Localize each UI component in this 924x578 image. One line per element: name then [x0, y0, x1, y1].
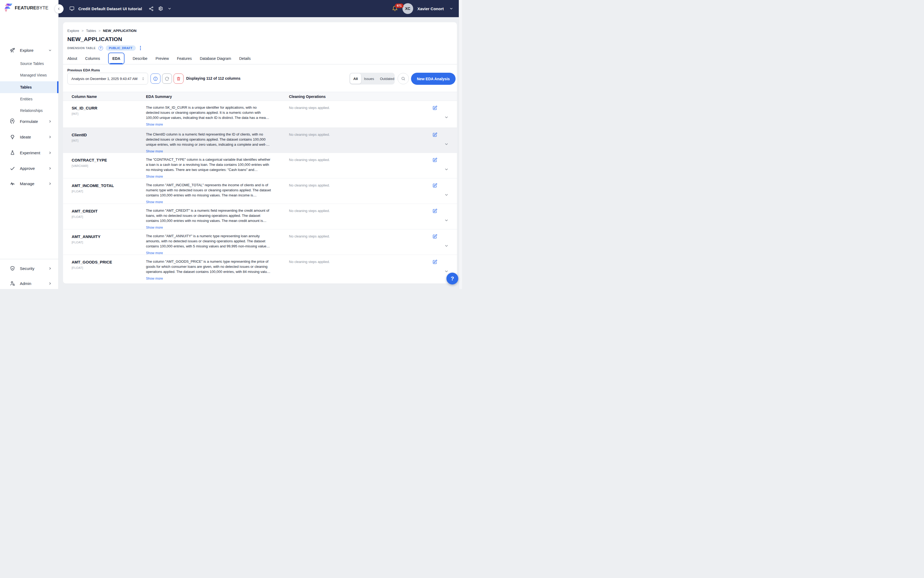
- chevron-right-icon: [48, 119, 52, 123]
- workspace-chevron-down-icon[interactable]: [167, 6, 172, 11]
- workspace-title: Credit Default Dataset UI tutorial: [78, 6, 142, 11]
- filter-outdated[interactable]: Outdated: [377, 73, 397, 84]
- sidebar-item-experiment[interactable]: Experiment: [0, 148, 58, 157]
- sidebar-item-entities[interactable]: Entities: [0, 94, 58, 104]
- run-refresh-button[interactable]: [162, 73, 172, 84]
- sidebar-item-ideate[interactable]: Ideate: [0, 132, 58, 142]
- expand-row-chevron-icon[interactable]: [444, 218, 449, 223]
- gear-icon[interactable]: [158, 6, 163, 11]
- expand-row-chevron-icon[interactable]: [444, 166, 449, 172]
- pencil-icon: [432, 157, 438, 162]
- column-header-name: Column Name: [71, 92, 97, 101]
- table-row: AMT_CREDIT [FLOAT] The column "AMT_CREDI…: [63, 204, 457, 229]
- pencil-icon: [432, 208, 438, 214]
- new-eda-analysis-button[interactable]: New EDA Analysis: [411, 73, 456, 85]
- edit-cleaning-button[interactable]: [431, 207, 439, 215]
- chevron-right-icon: [48, 266, 52, 271]
- expand-row-chevron-icon[interactable]: [444, 192, 449, 198]
- search-icon: [401, 76, 406, 81]
- edit-cleaning-button[interactable]: [431, 182, 439, 189]
- show-more-link[interactable]: Show more: [146, 251, 163, 255]
- expand-row-chevron-icon[interactable]: [444, 243, 449, 249]
- tab-features[interactable]: Features: [177, 56, 191, 61]
- help-fab-button[interactable]: ?: [446, 273, 458, 284]
- eda-run-select[interactable]: Analysis on December 1, 2025 9:43:47 AM: [67, 73, 148, 84]
- tab-database-diagram[interactable]: Database Diagram: [200, 56, 231, 61]
- tab-details[interactable]: Details: [239, 56, 251, 61]
- run-delete-button[interactable]: [173, 73, 183, 84]
- tab-about[interactable]: About: [67, 56, 77, 61]
- chevron-right-icon: [48, 166, 52, 170]
- chevron-left-icon: [57, 7, 61, 11]
- show-more-link[interactable]: Show more: [146, 277, 163, 281]
- kebab-menu-icon[interactable]: [138, 45, 143, 50]
- chevron-right-icon: [48, 281, 52, 286]
- sidebar-item-formulate[interactable]: Formulate: [0, 117, 58, 126]
- tab-columns[interactable]: Columns: [85, 56, 100, 61]
- pulse-icon: [9, 181, 16, 187]
- notifications-bell-icon[interactable]: 971: [392, 5, 399, 13]
- user-menu-chevron-down-icon[interactable]: [449, 6, 454, 11]
- featurebyte-logo: FEATUREBYTE: [4, 3, 49, 13]
- select-stepper-icon: [141, 77, 145, 81]
- tab-eda[interactable]: EDA: [108, 53, 125, 64]
- sidebar-collapse-button[interactable]: [55, 4, 63, 13]
- tab-describe[interactable]: Describe: [133, 56, 147, 61]
- filter-issues[interactable]: Issues: [361, 73, 377, 84]
- sidebar-item-security[interactable]: Security: [0, 263, 58, 273]
- featurebyte-wordmark: FEATUREBYTE: [15, 5, 49, 11]
- sidebar-item-source-tables[interactable]: Source Tables: [0, 59, 58, 68]
- user-name: Xavier Conort: [417, 6, 444, 11]
- show-more-link[interactable]: Show more: [146, 123, 163, 127]
- column-header-summary: EDA Summary: [146, 92, 172, 101]
- expand-row-chevron-icon[interactable]: [444, 114, 449, 120]
- run-info-button[interactable]: [151, 73, 160, 84]
- expand-row-chevron-icon[interactable]: [444, 268, 449, 274]
- table-row: CONTRACT_TYPE [VARCHAR] The "CONTRACT_TY…: [63, 153, 457, 179]
- monitor-icon: [69, 6, 75, 11]
- sidebar-item-managed-views[interactable]: Managed Views: [0, 70, 58, 80]
- shield-check-icon: [9, 266, 16, 271]
- share-icon[interactable]: [149, 6, 154, 11]
- breadcrumb-tables[interactable]: Tables: [86, 29, 96, 33]
- breadcrumb-current: NEW_APPLICATION: [103, 29, 136, 33]
- edit-cleaning-button[interactable]: [431, 156, 439, 164]
- user-search-icon: [9, 281, 16, 286]
- edit-cleaning-button[interactable]: [431, 233, 439, 240]
- expand-row-chevron-icon[interactable]: [444, 141, 449, 147]
- avatar[interactable]: XC: [402, 3, 413, 14]
- edit-cleaning-button[interactable]: [431, 131, 439, 138]
- column-header-cleaning: Cleaning Operations: [289, 92, 326, 101]
- tab-preview[interactable]: Preview: [156, 56, 169, 61]
- table-row: SK_ID_CURR [INT] The column SK_ID_CURR i…: [63, 101, 457, 128]
- notification-count-badge: 971: [395, 3, 404, 8]
- pencil-icon: [432, 259, 438, 265]
- show-more-link[interactable]: Show more: [146, 226, 163, 229]
- sidebar-item-tables[interactable]: Tables: [0, 81, 58, 93]
- show-more-link[interactable]: Show more: [146, 175, 163, 179]
- chevron-right-icon: [48, 135, 52, 139]
- table-row: ClientID [INT] The ClientID column is a …: [63, 128, 457, 153]
- search-button[interactable]: [397, 73, 409, 84]
- pencil-icon: [432, 132, 438, 137]
- sidebar-item-relationships[interactable]: Relationships: [0, 106, 58, 115]
- sidebar-item-manage[interactable]: Manage: [0, 179, 58, 188]
- breadcrumb: Explore > Tables > NEW_APPLICATION: [67, 29, 136, 33]
- table-type-label: DIMENSION TABLE: [67, 46, 96, 50]
- table-type-help-icon[interactable]: ?: [99, 46, 103, 50]
- chevron-right-icon: [48, 182, 52, 186]
- show-more-link[interactable]: Show more: [146, 200, 163, 204]
- breadcrumb-explore[interactable]: Explore: [67, 29, 79, 33]
- sidebar-item-explore[interactable]: Explore: [0, 45, 58, 55]
- sidebar-item-admin[interactable]: Admin: [0, 279, 58, 288]
- head-gear-icon: [9, 119, 16, 124]
- featurebyte-logo-mark: [4, 3, 13, 13]
- show-more-link[interactable]: Show more: [146, 149, 163, 153]
- edit-cleaning-button[interactable]: [431, 258, 439, 266]
- page-scrollbar[interactable]: [459, 0, 462, 289]
- filter-all[interactable]: All: [350, 73, 361, 84]
- app-root: Credit Default Dataset UI tutorial 971 X…: [0, 0, 462, 289]
- sidebar-item-approve[interactable]: Approve: [0, 163, 58, 173]
- sidebar-divider: [0, 259, 58, 259]
- edit-cleaning-button[interactable]: [431, 104, 439, 112]
